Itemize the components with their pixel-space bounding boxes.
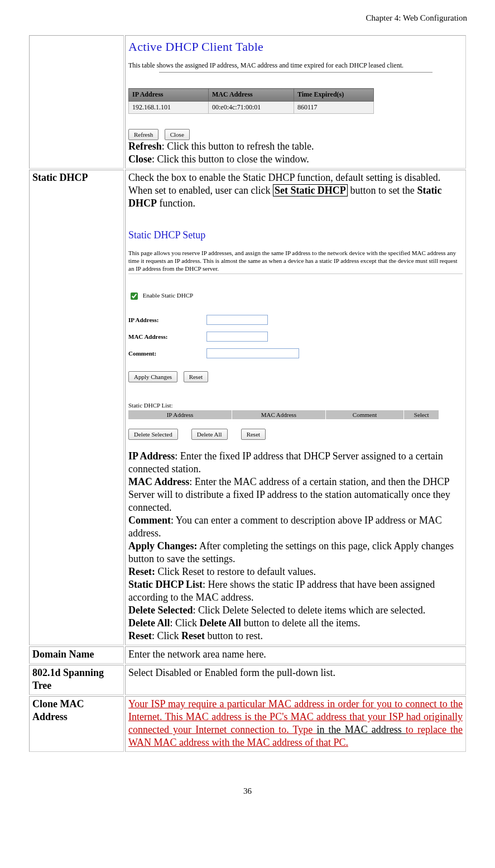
delete-all-button[interactable]: Delete All — [191, 429, 228, 440]
list-th-mac: MAC Address — [232, 410, 325, 419]
static-body-text: IP Address: Enter the fixed IP address t… — [128, 450, 463, 642]
content-cell-static-dhcp: Check the box to enable the Static DHCP … — [125, 170, 466, 645]
td-mac: 00:e0:4c:71:00:01 — [209, 101, 294, 113]
label-cell-active — [29, 35, 124, 169]
reset-button[interactable]: Reset — [184, 371, 208, 382]
label-cell-spanning: 802.1d Spanning Tree — [29, 665, 124, 695]
refresh-button[interactable]: Refresh — [128, 129, 158, 140]
table-row: 802.1d Spanning Tree Select Disabled or … — [29, 665, 466, 695]
label-cell-domain: Domain Name — [29, 646, 124, 664]
button-row: Apply Changes Reset — [128, 370, 463, 382]
comment-field-row: Comment: — [128, 348, 463, 358]
config-table: Active DHCP Client Table This table show… — [28, 34, 467, 753]
th-mac: MAC Address — [209, 89, 294, 101]
active-dhcp-title: Active DHCP Client Table — [128, 39, 463, 55]
button-row: Refresh Close — [128, 127, 463, 140]
content-cell-domain: Enter the network area name here. — [125, 646, 466, 664]
list-th-ip: IP Address — [128, 410, 232, 419]
mac-field-row: MAC Address: — [128, 332, 463, 342]
ip-input[interactable] — [206, 315, 268, 325]
ip-label: IP Address: — [128, 316, 206, 324]
static-dhcp-title: Static DHCP Setup — [128, 229, 463, 242]
content-cell-clone: Your ISP may require a particular MAC ad… — [125, 696, 466, 752]
apply-changes-button[interactable]: Apply Changes — [128, 371, 177, 382]
td-time: 860117 — [294, 101, 374, 113]
enable-static-dhcp-checkbox[interactable] — [131, 292, 138, 300]
divider — [159, 72, 432, 73]
content-cell-spanning: Select Disabled or Enabled form the pull… — [125, 665, 466, 695]
enable-static-dhcp-row: Enable Static DHCP — [128, 291, 463, 301]
page-number: 36 — [28, 787, 467, 796]
label-cell-static-dhcp: Static DHCP — [29, 170, 124, 645]
mac-label: MAC Address: — [128, 333, 206, 341]
client-table: IP Address MAC Address Time Expired(s) 1… — [128, 88, 374, 114]
td-ip: 192.168.1.101 — [129, 101, 209, 113]
content-cell-active: Active DHCP Client Table This table show… — [125, 35, 466, 169]
reset-button-2[interactable]: Reset — [241, 429, 266, 440]
label-cell-clone: Clone MAC Address — [29, 696, 124, 752]
delete-selected-button[interactable]: Delete Selected — [128, 429, 178, 440]
th-time: Time Expired(s) — [294, 89, 374, 101]
list-th-comment: Comment — [325, 410, 404, 419]
static-dhcp-list-label: Static DHCP List: — [128, 401, 463, 409]
table-row: Domain Name Enter the network area name … — [29, 646, 466, 664]
close-description: Close: Click this button to close the wi… — [128, 153, 463, 166]
active-dhcp-description: This table shows the assigned IP address… — [128, 61, 463, 70]
table-row: Active DHCP Client Table This table show… — [29, 35, 466, 169]
close-button[interactable]: Close — [165, 129, 190, 140]
enable-label: Enable Static DHCP — [143, 292, 193, 299]
set-static-dhcp-box: Set Static DHCP — [273, 184, 348, 196]
button-row: Delete Selected Delete All Reset — [128, 427, 463, 440]
th-ip: IP Address — [129, 89, 209, 101]
clone-mac-text: Your ISP may require a particular MAC ad… — [128, 698, 463, 749]
comment-label: Comment: — [128, 349, 206, 357]
table-row: Static DHCP Check the box to enable the … — [29, 170, 466, 645]
chapter-header: Chapter 4: Web Configuration — [28, 13, 467, 23]
ip-field-row: IP Address: — [128, 315, 463, 325]
comment-input[interactable] — [206, 348, 299, 358]
table-row: Clone MAC Address Your ISP may require a… — [29, 696, 466, 752]
static-dhcp-description: This page allows you reserve IP addresse… — [128, 250, 463, 272]
static-dhcp-list-table: IP Address MAC Address Comment Select — [128, 410, 439, 419]
static-intro: Check the box to enable the Static DHCP … — [128, 172, 441, 209]
static-dhcp-screenshot: Static DHCP Setup This page allows you r… — [128, 229, 463, 440]
refresh-description: Refresh: Click this button to refresh th… — [128, 140, 463, 153]
divider — [128, 274, 463, 274]
active-dhcp-screenshot: Active DHCP Client Table This table show… — [128, 39, 463, 140]
mac-input[interactable] — [206, 332, 268, 342]
list-th-select: Select — [404, 410, 439, 419]
